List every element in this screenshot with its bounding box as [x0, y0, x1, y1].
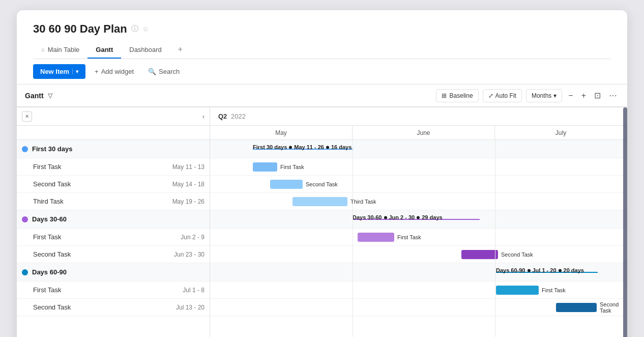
filter-icon[interactable]: ▽ [48, 92, 52, 99]
add-widget-button[interactable]: + Add widget [90, 65, 139, 78]
group-label-days3060: Days 30-60 [32, 215, 67, 223]
task-date: Jun 23 - 30 [174, 251, 204, 258]
task-bar-label-first-task-g1: First Task [280, 164, 304, 170]
group-label-first30: First 30 days [32, 145, 73, 153]
gantt-task-row: First Task [210, 282, 627, 299]
gantt-group-row-days6090: Days 60-90 Jul 1 - 20 20 days [210, 263, 627, 282]
task-cell: First Task Jul 1 - 8 [17, 286, 210, 294]
left-subheader-spacer [17, 126, 210, 140]
collapse-arrow[interactable]: ‹ [202, 113, 204, 120]
search-icon: 🔍 [148, 68, 156, 75]
table-row: Second Task May 14 - 18 [17, 176, 210, 193]
more-options-button[interactable]: ⋯ [607, 89, 619, 102]
chevron-down-icon: ▾ [553, 92, 557, 99]
title-row: 30 60 90 Day Plan ⓘ ☆ [33, 22, 611, 36]
task-bar-label-third-task-g1: Third Task [350, 199, 376, 205]
page-title: 30 60 90 Day Plan [33, 22, 127, 36]
task-bar-first-task-g1[interactable] [253, 162, 277, 172]
task-date: May 19 - 26 [172, 198, 204, 205]
gantt-right-panel: Q2 2022 May June July [210, 107, 627, 337]
gantt-task-row: Second Task [210, 176, 627, 193]
group-row-days6090: Days 60-90 [17, 263, 210, 282]
dot-icon [326, 146, 329, 149]
gantt-left-panel: ✕ ‹ First 30 days First Task May 11 [17, 107, 210, 337]
task-name: Third Task [33, 198, 64, 205]
task-date: Jul 1 - 8 [183, 287, 204, 294]
gantt-body: ✕ ‹ First 30 days First Task May 11 [17, 107, 627, 337]
dot-icon [289, 146, 292, 149]
group-cell-days3060: Days 30-60 [17, 215, 210, 223]
task-cell: First Task Jun 2 - 9 [17, 233, 210, 241]
toolbar-row: New Item ▾ + Add widget 🔍 Search [17, 59, 627, 84]
divider-june-july [495, 140, 495, 337]
task-name: Second Task [33, 250, 71, 258]
task-date: Jul 13 - 20 [176, 304, 204, 311]
tab-add[interactable]: + [170, 41, 191, 59]
month-col-may: May [210, 126, 353, 139]
divider-may-june [353, 140, 353, 337]
export-button[interactable]: ⊡ [592, 89, 603, 102]
gantt-task-row: Third Task [210, 193, 627, 210]
task-bar-first-task-g2[interactable] [358, 233, 394, 242]
task-bar-second-task-g3[interactable] [556, 303, 597, 312]
task-bar-second-task-g1[interactable] [270, 180, 303, 189]
task-bar-label-first-task-g2: First Task [397, 234, 421, 240]
tab-dashboard[interactable]: Dashboard [121, 42, 170, 59]
month-col-june: June [353, 126, 495, 139]
plus-icon: + [95, 68, 99, 75]
group-label-days6090: Days 60-90 [32, 268, 67, 276]
group-dot-days3060 [22, 216, 28, 222]
group-dot-first30 [22, 146, 28, 152]
gantt-bars-container: First 30 days May 11 - 26 16 days First … [210, 140, 627, 337]
star-icon[interactable]: ☆ [142, 25, 149, 33]
group-bar-label-days3060: Days 30-60 Jun 2 - 30 29 days [353, 214, 443, 220]
dot-icon [528, 269, 531, 272]
task-name: First Task [33, 233, 61, 241]
zoom-out-button[interactable]: − [566, 89, 575, 102]
task-bar-label-second-task-g1: Second Task [306, 181, 338, 187]
gantt-task-row: Second Task [210, 246, 627, 263]
group-cell-first30: First 30 days [17, 145, 210, 153]
group-cell-days6090: Days 60-90 [17, 268, 210, 276]
search-button[interactable]: 🔍 Search [143, 65, 185, 78]
task-cell: Second Task Jun 23 - 30 [17, 250, 210, 258]
info-icon[interactable]: ⓘ [131, 24, 138, 34]
zoom-in-button[interactable]: + [579, 89, 588, 102]
tab-main-table[interactable]: ⌂ Main Table [33, 42, 87, 59]
task-bar-first-task-g3[interactable] [496, 286, 539, 295]
task-bar-label-second-task-g2: Second Task [501, 251, 533, 258]
task-cell: Second Task Jul 13 - 20 [17, 303, 210, 311]
gantt-controls: ⊞ Baseline ⤢ Auto Fit Months ▾ − + ⊡ ⋯ [436, 89, 619, 102]
group-row-days3060: Days 30-60 [17, 210, 210, 229]
scrollbar[interactable] [623, 107, 627, 337]
auto-fit-button[interactable]: ⤢ Auto Fit [483, 89, 522, 102]
quarter-header: Q2 2022 [210, 107, 627, 126]
months-dropdown[interactable]: Months ▾ [526, 89, 562, 102]
task-cell: First Task May 11 - 13 [17, 163, 210, 171]
task-date: May 11 - 13 [172, 163, 204, 171]
baseline-button[interactable]: ⊞ Baseline [436, 89, 479, 102]
new-item-button[interactable]: New Item ▾ [33, 64, 85, 79]
gantt-title-area: Gantt ▽ [25, 92, 52, 100]
dot-icon [559, 269, 562, 272]
group-row-first30: First 30 days [17, 140, 210, 158]
collapse-button[interactable]: ✕ [22, 111, 32, 122]
table-row: First Task Jun 2 - 9 [17, 229, 210, 246]
quarter-label: Q2 2022 [218, 113, 246, 120]
task-cell: Third Task May 19 - 26 [17, 198, 210, 205]
baseline-icon: ⊞ [442, 92, 447, 99]
task-name: First Task [33, 286, 61, 294]
table-row: Third Task May 19 - 26 [17, 193, 210, 210]
gantt-label: Gantt [25, 92, 44, 100]
header: 30 60 90 Day Plan ⓘ ☆ ⌂ Main Table Gantt… [17, 22, 627, 59]
auto-fit-icon: ⤢ [488, 92, 493, 99]
task-bar-second-task-g2[interactable] [461, 250, 498, 259]
left-header: ✕ ‹ [17, 107, 210, 126]
tabs-row: ⌂ Main Table Gantt Dashboard + [33, 41, 611, 59]
task-bar-third-task-g1[interactable] [292, 197, 347, 206]
gantt-group-row-days3060: Days 30-60 Jun 2 - 30 29 days [210, 210, 627, 229]
dot-icon [417, 216, 420, 219]
tab-gantt[interactable]: Gantt [87, 42, 121, 59]
gantt-task-row: Second Task [210, 299, 627, 316]
new-item-dropdown-arrow[interactable]: ▾ [72, 69, 78, 74]
